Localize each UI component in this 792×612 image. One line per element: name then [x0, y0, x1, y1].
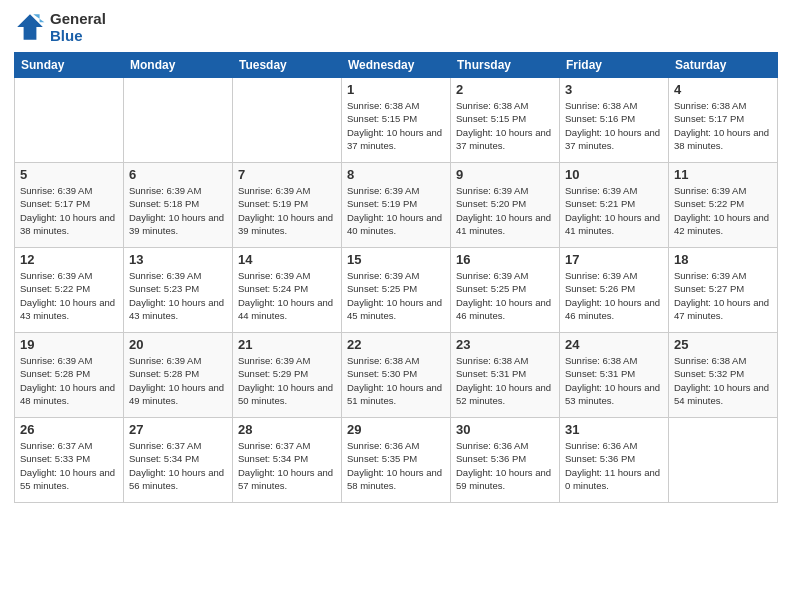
day-number: 2 — [456, 82, 554, 97]
day-info: Sunrise: 6:38 AM Sunset: 5:31 PM Dayligh… — [565, 354, 663, 407]
calendar-cell — [669, 418, 778, 503]
day-number: 28 — [238, 422, 336, 437]
calendar-cell: 26Sunrise: 6:37 AM Sunset: 5:33 PM Dayli… — [15, 418, 124, 503]
day-info: Sunrise: 6:39 AM Sunset: 5:28 PM Dayligh… — [20, 354, 118, 407]
calendar-cell: 24Sunrise: 6:38 AM Sunset: 5:31 PM Dayli… — [560, 333, 669, 418]
day-info: Sunrise: 6:36 AM Sunset: 5:36 PM Dayligh… — [565, 439, 663, 492]
day-number: 4 — [674, 82, 772, 97]
day-info: Sunrise: 6:37 AM Sunset: 5:34 PM Dayligh… — [238, 439, 336, 492]
logo: General Blue — [14, 10, 106, 44]
calendar-cell: 12Sunrise: 6:39 AM Sunset: 5:22 PM Dayli… — [15, 248, 124, 333]
day-number: 23 — [456, 337, 554, 352]
weekday-header: Wednesday — [342, 53, 451, 78]
calendar-cell: 8Sunrise: 6:39 AM Sunset: 5:19 PM Daylig… — [342, 163, 451, 248]
calendar-cell: 1Sunrise: 6:38 AM Sunset: 5:15 PM Daylig… — [342, 78, 451, 163]
day-number: 17 — [565, 252, 663, 267]
calendar-cell: 22Sunrise: 6:38 AM Sunset: 5:30 PM Dayli… — [342, 333, 451, 418]
day-info: Sunrise: 6:39 AM Sunset: 5:24 PM Dayligh… — [238, 269, 336, 322]
day-info: Sunrise: 6:39 AM Sunset: 5:18 PM Dayligh… — [129, 184, 227, 237]
day-number: 11 — [674, 167, 772, 182]
day-number: 18 — [674, 252, 772, 267]
weekday-header: Friday — [560, 53, 669, 78]
calendar-cell: 3Sunrise: 6:38 AM Sunset: 5:16 PM Daylig… — [560, 78, 669, 163]
day-info: Sunrise: 6:38 AM Sunset: 5:17 PM Dayligh… — [674, 99, 772, 152]
day-info: Sunrise: 6:39 AM Sunset: 5:25 PM Dayligh… — [347, 269, 445, 322]
day-number: 13 — [129, 252, 227, 267]
day-number: 6 — [129, 167, 227, 182]
day-info: Sunrise: 6:39 AM Sunset: 5:21 PM Dayligh… — [565, 184, 663, 237]
weekday-header: Saturday — [669, 53, 778, 78]
day-info: Sunrise: 6:39 AM Sunset: 5:25 PM Dayligh… — [456, 269, 554, 322]
day-number: 30 — [456, 422, 554, 437]
weekday-header: Tuesday — [233, 53, 342, 78]
page: General Blue SundayMondayTuesdayWednesda… — [0, 0, 792, 612]
calendar-cell — [15, 78, 124, 163]
calendar-cell: 5Sunrise: 6:39 AM Sunset: 5:17 PM Daylig… — [15, 163, 124, 248]
day-number: 1 — [347, 82, 445, 97]
calendar-cell: 4Sunrise: 6:38 AM Sunset: 5:17 PM Daylig… — [669, 78, 778, 163]
day-info: Sunrise: 6:39 AM Sunset: 5:22 PM Dayligh… — [20, 269, 118, 322]
day-info: Sunrise: 6:39 AM Sunset: 5:22 PM Dayligh… — [674, 184, 772, 237]
day-number: 20 — [129, 337, 227, 352]
calendar-cell: 31Sunrise: 6:36 AM Sunset: 5:36 PM Dayli… — [560, 418, 669, 503]
day-number: 27 — [129, 422, 227, 437]
day-number: 29 — [347, 422, 445, 437]
calendar-cell: 19Sunrise: 6:39 AM Sunset: 5:28 PM Dayli… — [15, 333, 124, 418]
weekday-header: Sunday — [15, 53, 124, 78]
day-info: Sunrise: 6:39 AM Sunset: 5:19 PM Dayligh… — [347, 184, 445, 237]
day-info: Sunrise: 6:38 AM Sunset: 5:15 PM Dayligh… — [347, 99, 445, 152]
calendar-cell: 30Sunrise: 6:36 AM Sunset: 5:36 PM Dayli… — [451, 418, 560, 503]
logo-icon — [14, 11, 46, 43]
calendar-cell — [124, 78, 233, 163]
calendar-week-row: 1Sunrise: 6:38 AM Sunset: 5:15 PM Daylig… — [15, 78, 778, 163]
day-info: Sunrise: 6:38 AM Sunset: 5:31 PM Dayligh… — [456, 354, 554, 407]
day-info: Sunrise: 6:37 AM Sunset: 5:33 PM Dayligh… — [20, 439, 118, 492]
calendar-table: SundayMondayTuesdayWednesdayThursdayFrid… — [14, 52, 778, 503]
calendar-cell: 10Sunrise: 6:39 AM Sunset: 5:21 PM Dayli… — [560, 163, 669, 248]
day-number: 15 — [347, 252, 445, 267]
day-number: 26 — [20, 422, 118, 437]
calendar-cell: 20Sunrise: 6:39 AM Sunset: 5:28 PM Dayli… — [124, 333, 233, 418]
day-number: 12 — [20, 252, 118, 267]
day-number: 5 — [20, 167, 118, 182]
calendar-cell: 9Sunrise: 6:39 AM Sunset: 5:20 PM Daylig… — [451, 163, 560, 248]
day-info: Sunrise: 6:38 AM Sunset: 5:30 PM Dayligh… — [347, 354, 445, 407]
calendar-cell: 13Sunrise: 6:39 AM Sunset: 5:23 PM Dayli… — [124, 248, 233, 333]
weekday-header: Monday — [124, 53, 233, 78]
calendar-cell: 21Sunrise: 6:39 AM Sunset: 5:29 PM Dayli… — [233, 333, 342, 418]
calendar-cell: 16Sunrise: 6:39 AM Sunset: 5:25 PM Dayli… — [451, 248, 560, 333]
day-info: Sunrise: 6:39 AM Sunset: 5:19 PM Dayligh… — [238, 184, 336, 237]
day-number: 21 — [238, 337, 336, 352]
calendar-cell: 29Sunrise: 6:36 AM Sunset: 5:35 PM Dayli… — [342, 418, 451, 503]
calendar-cell: 2Sunrise: 6:38 AM Sunset: 5:15 PM Daylig… — [451, 78, 560, 163]
day-number: 25 — [674, 337, 772, 352]
calendar-cell: 6Sunrise: 6:39 AM Sunset: 5:18 PM Daylig… — [124, 163, 233, 248]
day-info: Sunrise: 6:39 AM Sunset: 5:17 PM Dayligh… — [20, 184, 118, 237]
day-info: Sunrise: 6:39 AM Sunset: 5:27 PM Dayligh… — [674, 269, 772, 322]
day-info: Sunrise: 6:38 AM Sunset: 5:16 PM Dayligh… — [565, 99, 663, 152]
calendar-cell: 25Sunrise: 6:38 AM Sunset: 5:32 PM Dayli… — [669, 333, 778, 418]
day-number: 7 — [238, 167, 336, 182]
day-info: Sunrise: 6:39 AM Sunset: 5:23 PM Dayligh… — [129, 269, 227, 322]
day-number: 8 — [347, 167, 445, 182]
day-number: 9 — [456, 167, 554, 182]
day-info: Sunrise: 6:39 AM Sunset: 5:26 PM Dayligh… — [565, 269, 663, 322]
calendar-cell — [233, 78, 342, 163]
day-number: 14 — [238, 252, 336, 267]
day-info: Sunrise: 6:39 AM Sunset: 5:28 PM Dayligh… — [129, 354, 227, 407]
day-number: 24 — [565, 337, 663, 352]
day-info: Sunrise: 6:36 AM Sunset: 5:35 PM Dayligh… — [347, 439, 445, 492]
calendar-header-row: SundayMondayTuesdayWednesdayThursdayFrid… — [15, 53, 778, 78]
day-number: 22 — [347, 337, 445, 352]
logo-text: General Blue — [50, 10, 106, 44]
calendar-cell: 18Sunrise: 6:39 AM Sunset: 5:27 PM Dayli… — [669, 248, 778, 333]
calendar-week-row: 26Sunrise: 6:37 AM Sunset: 5:33 PM Dayli… — [15, 418, 778, 503]
calendar-cell: 23Sunrise: 6:38 AM Sunset: 5:31 PM Dayli… — [451, 333, 560, 418]
weekday-header: Thursday — [451, 53, 560, 78]
header: General Blue — [14, 10, 778, 44]
day-info: Sunrise: 6:38 AM Sunset: 5:32 PM Dayligh… — [674, 354, 772, 407]
calendar-week-row: 12Sunrise: 6:39 AM Sunset: 5:22 PM Dayli… — [15, 248, 778, 333]
day-info: Sunrise: 6:38 AM Sunset: 5:15 PM Dayligh… — [456, 99, 554, 152]
day-number: 16 — [456, 252, 554, 267]
day-number: 3 — [565, 82, 663, 97]
